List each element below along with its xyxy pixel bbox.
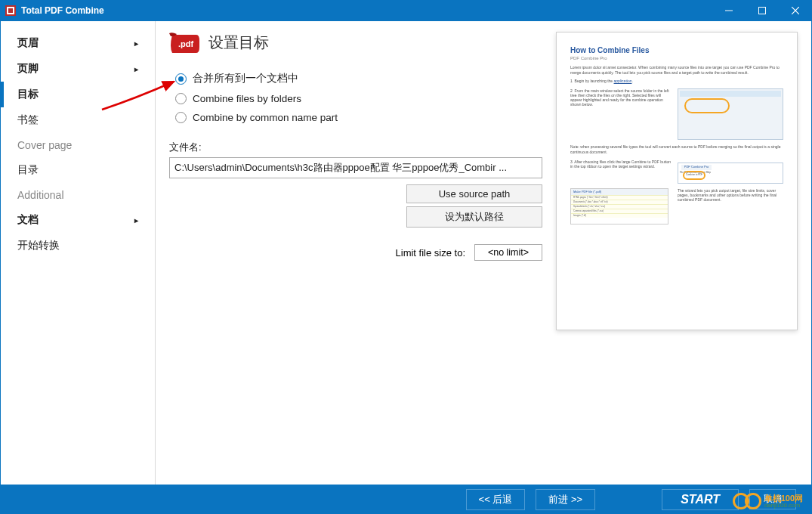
preview-step: Make PDF file (*.pdf) HTML pages (*.htm;… <box>570 188 783 224</box>
svg-rect-2 <box>8 8 13 13</box>
titlebar: Total PDF Combine <box>0 0 812 21</box>
sidebar-item-document[interactable]: 文档 ▸ <box>1 207 155 233</box>
radio-by-folders[interactable]: Combine files by folders <box>169 89 542 108</box>
radio-label: Combine by common name part <box>193 112 338 123</box>
svg-rect-4 <box>759 8 766 14</box>
limit-label: Limit file size to: <box>396 247 465 259</box>
maximize-button[interactable] <box>746 0 779 21</box>
sidebar-item-label: 目录 <box>17 163 39 177</box>
limit-input[interactable]: <no limit> <box>474 244 542 261</box>
sidebar-item-toc[interactable]: 目录 <box>1 157 155 183</box>
pdf-icon: .pdf <box>169 32 199 53</box>
sidebar-item-label: 目标 <box>17 88 39 101</box>
radio-by-name[interactable]: Combine by common name part <box>169 108 542 127</box>
sidebar-item-label: Additional <box>17 189 64 201</box>
bottombar: << 后退 前进 >> START 取消 <box>0 485 812 514</box>
app-icon <box>5 5 17 17</box>
preview-step: 3 After choosing files click the large C… <box>570 159 783 184</box>
forward-button[interactable]: 前进 >> <box>536 489 595 510</box>
sidebar-item-label: 页眉 <box>17 36 39 50</box>
limit-row: Limit file size to: <no limit> <box>169 244 542 261</box>
sidebar: 页眉 ▸ 页脚 ▸ 目标 书签 Cover page 目录 Additional… <box>1 21 156 485</box>
chevron-right-icon: ▸ <box>134 216 138 224</box>
preview-thumb: Make PDF file (*.pdf) HTML pages (*.htm;… <box>570 188 668 224</box>
preview-pane: How to Combine Files PDF Combine Pro Lor… <box>556 32 798 330</box>
main-panel: .pdf 设置目标 合并所有到一个文档中 Combine files by fo… <box>156 21 811 485</box>
sidebar-item-header[interactable]: 页眉 ▸ <box>1 30 155 56</box>
filename-input[interactable]: C:\Users\admin\Documents\h3c路由器pppoe配置 华… <box>169 157 542 178</box>
sidebar-item-additional[interactable]: Additional <box>1 183 155 207</box>
back-button[interactable]: << 后退 <box>466 489 526 510</box>
sidebar-item-bookmark[interactable]: 书签 <box>1 107 155 133</box>
preview-title: How to Combine Files <box>570 46 783 54</box>
sidebar-item-target[interactable]: 目标 <box>1 82 155 107</box>
preview-thumb <box>678 88 783 140</box>
preview-thumb: PDF Combine Pro File Process Edit Conver… <box>678 163 783 184</box>
preview-step: 2 From the main window select the source… <box>570 88 783 140</box>
preview-text: Lorem ipsum dolor sit amet consectetur. … <box>570 65 783 76</box>
close-button[interactable] <box>779 0 812 21</box>
set-default-path-button[interactable]: 设为默认路径 <box>406 206 542 228</box>
sidebar-item-label: 文档 <box>17 213 39 227</box>
chevron-right-icon: ▸ <box>134 65 138 73</box>
content-column: .pdf 设置目标 合并所有到一个文档中 Combine files by fo… <box>169 32 542 477</box>
window-title: Total PDF Combine <box>21 5 712 16</box>
heading-row: .pdf 设置目标 <box>169 32 542 53</box>
sidebar-item-label: 书签 <box>17 113 39 127</box>
radio-combine-all[interactable]: 合并所有到一个文档中 <box>169 68 542 89</box>
preview-text: Note: when processing several file types… <box>570 144 783 155</box>
radio-icon <box>175 93 187 104</box>
chevron-right-icon: ▸ <box>134 39 138 48</box>
radio-icon <box>175 73 187 85</box>
use-source-path-button[interactable]: Use source path <box>406 184 542 203</box>
svg-text:.pdf: .pdf <box>178 39 193 48</box>
sidebar-item-label: 开始转换 <box>17 239 60 252</box>
radio-label: 合并所有到一个文档中 <box>193 72 298 85</box>
sidebar-item-footer[interactable]: 页脚 ▸ <box>1 56 155 82</box>
minimize-button[interactable] <box>712 0 746 21</box>
filename-label: 文件名: <box>169 141 542 154</box>
sidebar-item-label: 页脚 <box>17 62 39 76</box>
start-button[interactable]: START <box>662 489 739 510</box>
preview-text: 1 Begin by launching the application. <box>570 79 783 84</box>
radio-icon <box>175 112 187 123</box>
sidebar-item-label: Cover page <box>17 139 72 151</box>
page-heading: 设置目标 <box>208 33 269 53</box>
sidebar-item-start[interactable]: 开始转换 <box>1 233 155 259</box>
radio-label: Combine files by folders <box>193 93 301 104</box>
cancel-button[interactable]: 取消 <box>749 489 796 509</box>
sidebar-item-cover[interactable]: Cover page <box>1 133 155 157</box>
preview-subtitle: PDF Combine Pro <box>570 56 783 60</box>
window-body: 页眉 ▸ 页脚 ▸ 目标 书签 Cover page 目录 Additional… <box>0 21 812 485</box>
